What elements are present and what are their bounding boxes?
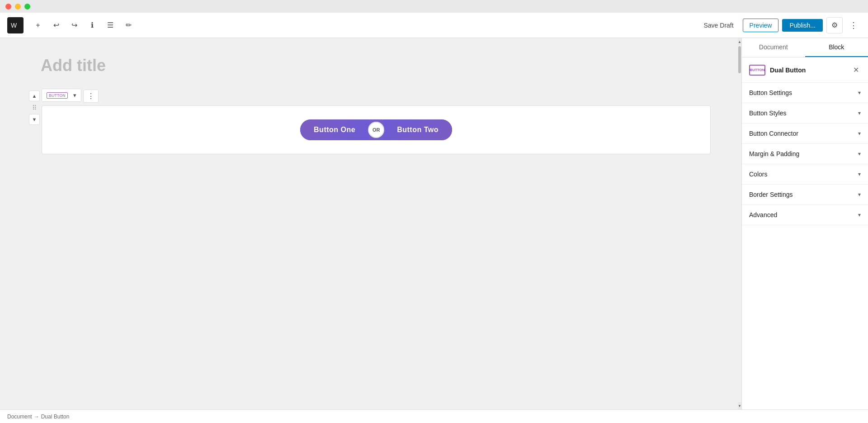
accordion-header-margin-padding[interactable]: Margin & Padding ▾ [742, 144, 868, 164]
accordion-label-margin-padding: Margin & Padding [749, 150, 799, 157]
more-options-button[interactable]: ⋮ [846, 18, 861, 33]
gear-icon: ⚙ [831, 21, 838, 29]
accordion-border-settings: Border Settings ▾ [742, 185, 868, 205]
edit-button[interactable]: ✏ [121, 18, 136, 33]
accordion-advanced: Advanced ▾ [742, 205, 868, 225]
accordion-label-advanced: Advanced [749, 211, 777, 219]
breadcrumb-block[interactable]: Dual Button [41, 413, 70, 420]
main-layout: Add title ▲ ⠿ ▼ BUTTON ▾ ⋮ [0, 38, 868, 409]
publish-button[interactable]: Publish... [782, 19, 823, 32]
block-toolbar-chevron[interactable]: ▾ [71, 90, 78, 100]
dual-button-preview: Button One OR Button Two [300, 119, 452, 140]
statusbar: Document → Dual Button [0, 409, 868, 423]
chevron-down-icon-2: ▾ [858, 110, 861, 116]
redo-icon: ↪ [71, 21, 77, 29]
tab-block[interactable]: Block [805, 38, 868, 57]
settings-button[interactable]: ⚙ [826, 17, 843, 33]
accordion-button-settings: Button Settings ▾ [742, 83, 868, 103]
undo-icon: ↩ [53, 21, 59, 29]
accordion-label-colors: Colors [749, 171, 767, 178]
chevron-down-icon-5: ▾ [858, 171, 861, 177]
button-one[interactable]: Button One [300, 119, 369, 140]
scrollbar-thumb [738, 46, 741, 73]
block-more-options-button[interactable]: ⋮ [83, 90, 99, 103]
close-button[interactable] [5, 4, 11, 10]
tab-document[interactable]: Document [742, 38, 805, 57]
accordion-margin-padding: Margin & Padding ▾ [742, 144, 868, 164]
block-toolbar: BUTTON ▾ [42, 89, 81, 102]
sidebar: Document Block BUTTON Dual Button ✕ Butt… [741, 38, 868, 409]
block-toolbar-row: BUTTON ▾ ⋮ [42, 89, 711, 104]
sidebar-close-button[interactable]: ✕ [851, 64, 861, 76]
scrollbar-track [738, 45, 741, 402]
accordion-header-advanced[interactable]: Advanced ▾ [742, 205, 868, 225]
accordion-label-border-settings: Border Settings [749, 191, 793, 198]
accordion-header-button-settings[interactable]: Button Settings ▾ [742, 83, 868, 103]
block-header: BUTTON Dual Button ✕ [742, 57, 868, 83]
block-type-icon[interactable]: BUTTON [45, 90, 70, 100]
accordion-colors: Colors ▾ [742, 164, 868, 185]
titlebar [0, 0, 868, 13]
info-button[interactable]: ℹ [85, 18, 99, 33]
maximize-button[interactable] [24, 4, 30, 10]
sidebar-tabs: Document Block [742, 38, 868, 57]
block-controls-left: ▲ ⠿ ▼ [27, 89, 42, 127]
move-up-button[interactable]: ▲ [29, 90, 40, 101]
editor-scrollbar[interactable]: ▲ ▼ [738, 38, 741, 409]
accordion-label-button-connector: Button Connector [749, 130, 798, 137]
wordpress-logo: W [7, 17, 24, 33]
svg-text:W: W [11, 22, 17, 29]
breadcrumb-arrow: → [34, 413, 39, 420]
undo-button[interactable]: ↩ [49, 18, 63, 33]
accordion-label-button-settings: Button Settings [749, 89, 792, 96]
toolbar: W + ↩ ↪ ℹ ☰ ✏ Save Draft Preview Publish… [0, 13, 868, 38]
block-name-label: Dual Button [770, 67, 806, 74]
block-wrapper: ▲ ⠿ ▼ BUTTON ▾ ⋮ [27, 89, 711, 154]
chevron-down-icon: ▾ [858, 90, 861, 96]
move-down-button[interactable]: ▼ [29, 114, 40, 125]
breadcrumb-document[interactable]: Document [7, 413, 32, 420]
block-inner: Button One OR Button Two [42, 105, 711, 154]
title-placeholder[interactable]: Add title [27, 56, 711, 75]
block-content-area: BUTTON ▾ ⋮ Button One OR Button Two [42, 89, 711, 154]
scroll-down-button[interactable]: ▼ [738, 402, 741, 409]
plus-icon: + [36, 21, 40, 29]
accordion-header-border-settings[interactable]: Border Settings ▾ [742, 185, 868, 204]
chevron-down-icon-3: ▾ [858, 130, 861, 137]
list-icon: ☰ [107, 21, 113, 29]
editor-area: Add title ▲ ⠿ ▼ BUTTON ▾ ⋮ [0, 38, 738, 409]
chevron-down-icon-4: ▾ [858, 151, 861, 157]
dual-button-mini-icon: BUTTON [47, 92, 68, 99]
chevron-down-icon-6: ▾ [858, 191, 861, 198]
info-icon: ℹ [91, 21, 94, 29]
accordion-button-styles: Button Styles ▾ [742, 103, 868, 124]
ellipsis-icon: ⋮ [849, 20, 858, 30]
minimize-button[interactable] [15, 4, 21, 10]
block-type-icon: BUTTON [749, 65, 765, 76]
sidebar-scroll: Button Settings ▾ Button Styles ▾ Button… [742, 83, 868, 409]
chevron-down-icon-7: ▾ [858, 212, 861, 218]
accordion-button-connector: Button Connector ▾ [742, 124, 868, 144]
button-two[interactable]: Button Two [383, 119, 452, 140]
preview-button[interactable]: Preview [743, 19, 779, 32]
save-draft-button[interactable]: Save Draft [698, 19, 739, 32]
accordion-label-button-styles: Button Styles [749, 109, 787, 117]
accordion-header-button-styles[interactable]: Button Styles ▾ [742, 103, 868, 123]
list-view-button[interactable]: ☰ [103, 18, 118, 33]
accordion-header-button-connector[interactable]: Button Connector ▾ [742, 124, 868, 143]
button-connector: OR [368, 122, 384, 138]
drag-handle[interactable]: ⠿ [30, 102, 38, 113]
redo-button[interactable]: ↪ [67, 18, 81, 33]
accordion-header-colors[interactable]: Colors ▾ [742, 164, 868, 184]
scroll-up-button[interactable]: ▲ [738, 38, 741, 45]
add-block-button[interactable]: + [31, 18, 45, 33]
edit-icon: ✏ [126, 21, 132, 29]
